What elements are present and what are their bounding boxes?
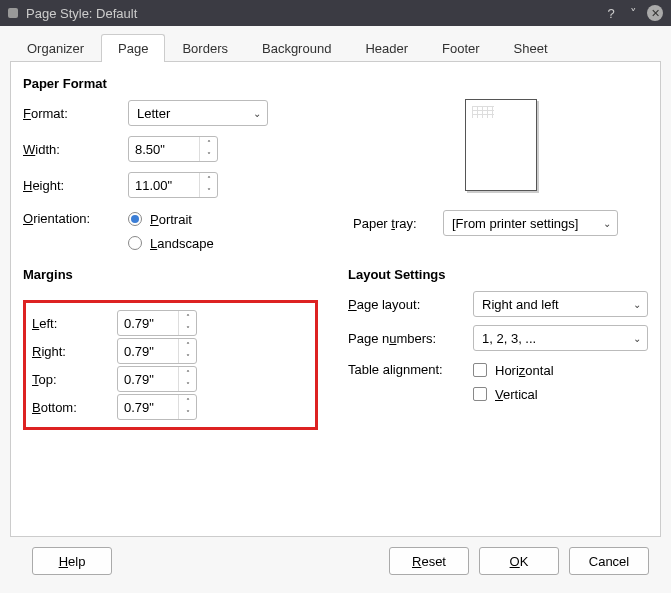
spin-down-icon[interactable]: ˅: [200, 185, 217, 197]
layout-settings-title: Layout Settings: [348, 267, 648, 282]
margin-top-label: Top:: [32, 372, 117, 387]
margin-bottom-label: Bottom:: [32, 400, 117, 415]
chevron-down-icon: ⌄: [603, 218, 611, 229]
close-icon[interactable]: ✕: [647, 5, 663, 21]
format-value: Letter: [137, 106, 170, 121]
page-preview-box: [465, 99, 537, 191]
tab-header[interactable]: Header: [348, 34, 425, 61]
chevron-down-icon: ⌄: [633, 333, 641, 344]
landscape-radio[interactable]: Landscape: [128, 231, 323, 255]
dialog-body: Organizer Page Borders Background Header…: [0, 26, 671, 593]
preview-table-icon: [472, 106, 494, 118]
margins-highlight-box: Left: 0.79"˄˅ Right: 0.79"˄˅ Top: 0.79"˄…: [23, 300, 318, 430]
tab-background[interactable]: Background: [245, 34, 348, 61]
spin-down-icon[interactable]: ˅: [179, 351, 196, 363]
paper-format-title: Paper Format: [23, 76, 648, 91]
margin-top-value: 0.79": [118, 367, 178, 391]
format-select[interactable]: Letter⌄: [128, 100, 268, 126]
tabs: Organizer Page Borders Background Header…: [10, 34, 661, 62]
margin-right-value: 0.79": [118, 339, 178, 363]
portrait-radio[interactable]: Portrait: [128, 207, 323, 231]
horizontal-checkbox[interactable]: Horizontal: [473, 358, 648, 382]
page-numbers-label: Page numbers:: [348, 331, 473, 346]
portrait-label: Portrait: [150, 212, 192, 227]
checkbox-icon: [473, 387, 487, 401]
vertical-checkbox[interactable]: Vertical: [473, 382, 648, 406]
page-layout-label: Page layout:: [348, 297, 473, 312]
margin-left-value: 0.79": [118, 311, 178, 335]
chevron-down-icon: ⌄: [253, 108, 261, 119]
margin-right-input[interactable]: 0.79"˄˅: [117, 338, 197, 364]
margin-left-input[interactable]: 0.79"˄˅: [117, 310, 197, 336]
page-panel: Paper Format Format: Letter⌄ Width: 8.50…: [10, 62, 661, 537]
page-numbers-select[interactable]: 1, 2, 3, ...⌄: [473, 325, 648, 351]
radio-icon: [128, 236, 142, 250]
paper-tray-label: Paper tray:: [353, 216, 443, 231]
paper-tray-select[interactable]: [From printer settings]⌄: [443, 210, 618, 236]
spin-down-icon[interactable]: ˅: [179, 379, 196, 391]
ok-button[interactable]: OK: [479, 547, 559, 575]
margin-left-label: Left:: [32, 316, 117, 331]
spin-up-icon[interactable]: ˄: [179, 311, 196, 323]
spin-up-icon[interactable]: ˄: [200, 173, 217, 185]
window-title: Page Style: Default: [26, 6, 597, 21]
height-label: Height:: [23, 178, 128, 193]
margin-bottom-value: 0.79": [118, 395, 178, 419]
spin-down-icon[interactable]: ˅: [179, 323, 196, 335]
app-icon: [8, 8, 18, 18]
help-icon[interactable]: ?: [603, 5, 619, 21]
landscape-label: Landscape: [150, 236, 214, 251]
table-alignment-label: Table alignment:: [348, 358, 473, 377]
page-layout-value: Right and left: [482, 297, 559, 312]
chevron-down-icon: ⌄: [633, 299, 641, 310]
paper-tray-value: [From printer settings]: [452, 216, 578, 231]
tab-footer[interactable]: Footer: [425, 34, 497, 61]
cancel-button[interactable]: Cancel: [569, 547, 649, 575]
page-preview: [353, 99, 648, 191]
spin-down-icon[interactable]: ˅: [200, 149, 217, 161]
margins-title: Margins: [23, 267, 318, 282]
height-input[interactable]: 11.00"˄˅: [128, 172, 218, 198]
radio-icon: [128, 212, 142, 226]
margin-bottom-input[interactable]: 0.79"˄˅: [117, 394, 197, 420]
width-input[interactable]: 8.50"˄˅: [128, 136, 218, 162]
vertical-label: Vertical: [495, 387, 538, 402]
spin-up-icon[interactable]: ˄: [200, 137, 217, 149]
tab-borders[interactable]: Borders: [165, 34, 245, 61]
margin-top-input[interactable]: 0.79"˄˅: [117, 366, 197, 392]
tab-organizer[interactable]: Organizer: [10, 34, 101, 61]
checkbox-icon: [473, 363, 487, 377]
spin-up-icon[interactable]: ˄: [179, 395, 196, 407]
horizontal-label: Horizontal: [495, 363, 554, 378]
spin-down-icon[interactable]: ˅: [179, 407, 196, 419]
width-value: 8.50": [129, 137, 199, 161]
format-label: Format:: [23, 106, 128, 121]
spin-up-icon[interactable]: ˄: [179, 367, 196, 379]
reset-button[interactable]: Reset: [389, 547, 469, 575]
titlebar: Page Style: Default ? ˅ ✕: [0, 0, 671, 26]
orientation-label: Orientation:: [23, 207, 128, 226]
tab-page[interactable]: Page: [101, 34, 165, 61]
dialog-footer: Help Reset OK Cancel: [10, 537, 661, 585]
margin-right-label: Right:: [32, 344, 117, 359]
page-layout-select[interactable]: Right and left⌄: [473, 291, 648, 317]
tab-sheet[interactable]: Sheet: [497, 34, 565, 61]
height-value: 11.00": [129, 173, 199, 197]
width-label: Width:: [23, 142, 128, 157]
help-button[interactable]: Help: [32, 547, 112, 575]
minimize-icon[interactable]: ˅: [625, 5, 641, 21]
page-numbers-value: 1, 2, 3, ...: [482, 331, 536, 346]
spin-up-icon[interactable]: ˄: [179, 339, 196, 351]
